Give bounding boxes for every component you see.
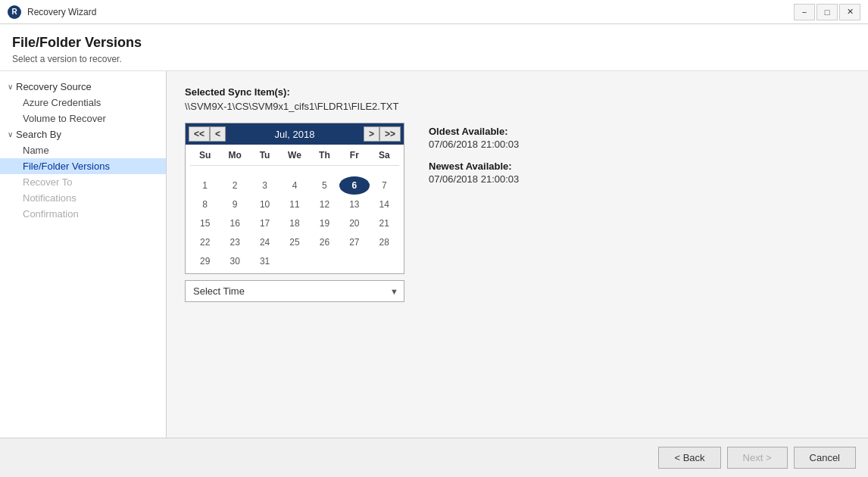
cal-day-13[interactable]: 13: [339, 195, 369, 214]
page-header: File/Folder Versions Select a version to…: [0, 24, 868, 71]
calendar-week: 22 23 24 25 26 27 28: [190, 233, 399, 251]
cal-day-8[interactable]: 8: [190, 195, 220, 214]
day-thu: Th: [310, 148, 339, 163]
calendar-month-label: Jul, 2018: [226, 129, 364, 140]
cal-day-14[interactable]: 14: [370, 195, 399, 214]
cal-day-29[interactable]: 29: [190, 252, 220, 270]
cal-day-18[interactable]: 18: [279, 214, 309, 232]
day-fri: Fr: [339, 148, 369, 163]
cal-day-30[interactable]: 30: [220, 252, 249, 270]
cal-day-6[interactable]: 6: [339, 176, 369, 195]
cal-day-10[interactable]: 10: [250, 195, 279, 214]
calendar-week: 1 2 3 4 5 6 7: [190, 176, 399, 195]
footer: < Back Next > Cancel: [0, 438, 868, 477]
sidebar-item-name[interactable]: Name: [0, 142, 166, 158]
prev-prev-button[interactable]: <<: [189, 126, 210, 142]
cal-day-25[interactable]: 25: [279, 233, 309, 251]
cancel-button[interactable]: Cancel: [794, 447, 856, 469]
cal-day-19[interactable]: 19: [310, 214, 339, 232]
sidebar-item-label: Search By: [16, 129, 61, 140]
content-panel: Selected Sync Item(s): \\SVM9X-1\CS\SVM9…: [167, 71, 868, 438]
cal-day-22[interactable]: 22: [190, 233, 220, 251]
cal-cell-empty: [310, 168, 339, 176]
cal-day-11[interactable]: 11: [279, 195, 309, 214]
selected-sync-label: Selected Sync Item(s):: [185, 86, 850, 98]
sidebar: ∨Recovery SourceAzure CredentialsVolume …: [0, 71, 167, 438]
sidebar-item-recovery-source[interactable]: ∨Recovery Source: [0, 79, 166, 95]
cal-day-28[interactable]: 28: [370, 233, 399, 251]
cal-day-15[interactable]: 15: [190, 214, 220, 232]
cal-cell-empty: [250, 168, 279, 176]
close-button[interactable]: ✕: [839, 4, 860, 20]
day-sun: Su: [190, 148, 220, 163]
cal-day-7[interactable]: 7: [370, 176, 399, 195]
cal-cell-empty: [370, 168, 399, 176]
day-mon: Mo: [220, 148, 249, 163]
sidebar-item-label: Volume to Recover: [23, 113, 106, 124]
cal-day-4[interactable]: 4: [279, 176, 309, 195]
next-button[interactable]: Next >: [727, 447, 788, 469]
time-select-container: Select Time ▼: [185, 280, 404, 302]
page-title: File/Folder Versions: [12, 35, 856, 51]
info-panel: Oldest Available: 07/06/2018 21:00:03 Ne…: [429, 123, 519, 195]
sidebar-item-recover-to: Recover To: [0, 174, 166, 190]
cal-day-1[interactable]: 1: [190, 176, 220, 195]
sidebar-item-volume-to-recover[interactable]: Volume to Recover: [0, 111, 166, 126]
sidebar-item-label: Name: [23, 145, 49, 156]
newest-available-value: 07/06/2018 21:00:03: [429, 173, 519, 185]
app-icon: R: [8, 5, 21, 19]
cal-day-3[interactable]: 3: [250, 176, 279, 195]
sidebar-item-azure-credentials[interactable]: Azure Credentials: [0, 95, 166, 111]
cal-cell-empty: [190, 168, 220, 176]
sidebar-item-confirmation: Confirmation: [0, 206, 166, 222]
cal-day-9[interactable]: 9: [220, 195, 249, 214]
title-bar: R Recovery Wizard − □ ✕: [0, 0, 868, 24]
cal-day-31[interactable]: 31: [250, 252, 279, 270]
cal-cell-empty: [220, 168, 249, 176]
cal-day-2[interactable]: 2: [220, 176, 249, 195]
minimize-button[interactable]: −: [794, 4, 815, 20]
cal-day-12[interactable]: 12: [310, 195, 339, 214]
chevron-icon: ∨: [8, 130, 13, 139]
cal-cell-empty: [279, 168, 309, 176]
cal-day-27[interactable]: 27: [339, 233, 369, 251]
cal-day-24[interactable]: 24: [250, 233, 279, 251]
cal-day-16[interactable]: 16: [220, 214, 249, 232]
sidebar-item-search-by[interactable]: ∨Search By: [0, 126, 166, 142]
day-sat: Sa: [370, 148, 399, 163]
sidebar-item-label: File/Folder Versions: [23, 161, 110, 172]
calendar-weeks: 1 2 3 4 5 6 7 8: [190, 168, 399, 270]
cal-day-26[interactable]: 26: [310, 233, 339, 251]
calendar-section: << < Jul, 2018 > >> Su Mo Tu We: [185, 123, 404, 302]
cal-day-20[interactable]: 20: [339, 214, 369, 232]
sidebar-item-label: Recover To: [23, 176, 73, 188]
next-button[interactable]: >: [364, 126, 379, 142]
sidebar-item-label: Azure Credentials: [23, 97, 101, 108]
sidebar-item-file-folder-versions[interactable]: File/Folder Versions: [0, 158, 166, 174]
cal-cell-empty: [279, 252, 309, 270]
calendar-grid: Su Mo Tu We Th Fr Sa: [186, 145, 404, 273]
calendar-week: 29 30 31: [190, 252, 399, 270]
cal-day-21[interactable]: 21: [370, 214, 399, 232]
cal-cell-empty: [339, 252, 369, 270]
prev-button[interactable]: <: [210, 126, 226, 142]
selected-path: \\SVM9X-1\CS\SVM9x1_cifs1\FLDR1\FILE2.TX…: [185, 101, 850, 112]
next-next-button[interactable]: >>: [379, 126, 401, 142]
title-bar-controls: − □ ✕: [794, 4, 860, 20]
cal-day-17[interactable]: 17: [250, 214, 279, 232]
chevron-icon: ∨: [8, 83, 13, 91]
cal-day-5[interactable]: 5: [310, 176, 339, 195]
maximize-button[interactable]: □: [816, 4, 838, 20]
page-subtitle: Select a version to recover.: [12, 54, 856, 64]
calendar-header: << < Jul, 2018 > >>: [186, 123, 404, 145]
sidebar-item-label: Recovery Source: [16, 81, 92, 92]
oldest-available-value: 07/06/2018 21:00:03: [429, 139, 519, 150]
sidebar-item-notifications: Notifications: [0, 190, 166, 206]
calendar-week: [190, 168, 399, 176]
title-bar-text: Recovery Wizard: [27, 7, 794, 17]
cal-and-info: << < Jul, 2018 > >> Su Mo Tu We: [185, 123, 850, 302]
cal-day-23[interactable]: 23: [220, 233, 249, 251]
time-select[interactable]: Select Time: [185, 280, 404, 302]
back-button[interactable]: < Back: [658, 447, 720, 469]
cal-cell-empty: [370, 252, 399, 270]
